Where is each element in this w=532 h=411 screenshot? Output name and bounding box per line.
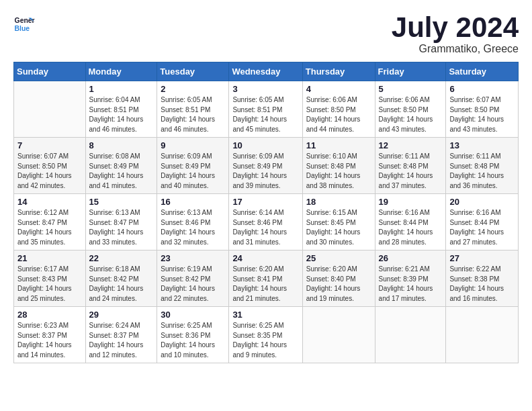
day-info: Sunrise: 6:06 AM Sunset: 8:50 PM Dayligh… [306, 95, 371, 134]
calendar-cell: 10Sunrise: 6:09 AM Sunset: 8:49 PM Dayli… [229, 138, 302, 194]
calendar-cell: 25Sunrise: 6:20 AM Sunset: 8:40 PM Dayli… [302, 250, 375, 307]
calendar-cell: 15Sunrise: 6:13 AM Sunset: 8:47 PM Dayli… [85, 194, 157, 250]
day-number: 15 [89, 197, 154, 207]
calendar-week-row: 1Sunrise: 6:04 AM Sunset: 8:51 PM Daylig… [14, 81, 519, 138]
calendar-cell: 13Sunrise: 6:11 AM Sunset: 8:48 PM Dayli… [446, 138, 519, 194]
day-number: 22 [89, 253, 154, 263]
day-info: Sunrise: 6:20 AM Sunset: 8:41 PM Dayligh… [232, 265, 298, 304]
day-info: Sunrise: 6:20 AM Sunset: 8:40 PM Dayligh… [306, 265, 371, 304]
calendar-cell: 12Sunrise: 6:11 AM Sunset: 8:48 PM Dayli… [375, 138, 446, 194]
day-info: Sunrise: 6:24 AM Sunset: 8:37 PM Dayligh… [89, 321, 154, 360]
month-title: July 2024 [392, 13, 519, 42]
day-number: 8 [89, 140, 154, 150]
day-info: Sunrise: 6:09 AM Sunset: 8:49 PM Dayligh… [232, 152, 298, 191]
calendar-cell: 29Sunrise: 6:24 AM Sunset: 8:37 PM Dayli… [85, 307, 157, 363]
day-number: 20 [449, 197, 515, 207]
calendar-cell: 16Sunrise: 6:13 AM Sunset: 8:46 PM Dayli… [157, 194, 229, 250]
day-number: 26 [379, 253, 443, 263]
day-info: Sunrise: 6:07 AM Sunset: 8:50 PM Dayligh… [449, 95, 515, 134]
day-info: Sunrise: 6:22 AM Sunset: 8:38 PM Dayligh… [449, 265, 515, 304]
day-number: 7 [17, 140, 82, 150]
calendar-cell [375, 307, 446, 363]
header-day: Thursday [302, 62, 375, 81]
day-number: 9 [161, 140, 225, 150]
day-info: Sunrise: 6:13 AM Sunset: 8:47 PM Dayligh… [89, 208, 154, 247]
day-info: Sunrise: 6:12 AM Sunset: 8:47 PM Dayligh… [17, 208, 82, 247]
location: Grammatiko, Greece [392, 43, 519, 55]
calendar-week-row: 7Sunrise: 6:07 AM Sunset: 8:50 PM Daylig… [14, 138, 519, 194]
day-info: Sunrise: 6:15 AM Sunset: 8:45 PM Dayligh… [306, 208, 371, 247]
calendar-cell: 3Sunrise: 6:05 AM Sunset: 8:51 PM Daylig… [229, 81, 302, 138]
day-info: Sunrise: 6:21 AM Sunset: 8:39 PM Dayligh… [379, 265, 443, 304]
day-number: 30 [161, 310, 225, 320]
day-number: 29 [89, 310, 154, 320]
page-header: General Blue July 2024 Grammatiko, Greec… [13, 13, 519, 55]
calendar-cell: 19Sunrise: 6:16 AM Sunset: 8:44 PM Dayli… [375, 194, 446, 250]
calendar-cell: 17Sunrise: 6:14 AM Sunset: 8:46 PM Dayli… [229, 194, 302, 250]
calendar-cell [446, 307, 519, 363]
title-section: July 2024 Grammatiko, Greece [392, 13, 519, 55]
day-info: Sunrise: 6:18 AM Sunset: 8:42 PM Dayligh… [89, 265, 154, 304]
day-number: 12 [379, 140, 443, 150]
day-info: Sunrise: 6:16 AM Sunset: 8:44 PM Dayligh… [379, 208, 443, 247]
day-number: 27 [449, 253, 515, 263]
calendar-week-row: 21Sunrise: 6:17 AM Sunset: 8:43 PM Dayli… [14, 250, 519, 307]
day-info: Sunrise: 6:08 AM Sunset: 8:49 PM Dayligh… [89, 152, 154, 191]
day-info: Sunrise: 6:07 AM Sunset: 8:50 PM Dayligh… [17, 152, 82, 191]
day-info: Sunrise: 6:11 AM Sunset: 8:48 PM Dayligh… [449, 152, 515, 191]
calendar-cell: 20Sunrise: 6:16 AM Sunset: 8:44 PM Dayli… [446, 194, 519, 250]
day-number: 1 [89, 84, 154, 94]
calendar-cell: 5Sunrise: 6:06 AM Sunset: 8:50 PM Daylig… [375, 81, 446, 138]
calendar-cell: 4Sunrise: 6:06 AM Sunset: 8:50 PM Daylig… [302, 81, 375, 138]
calendar-cell: 27Sunrise: 6:22 AM Sunset: 8:38 PM Dayli… [446, 250, 519, 307]
day-info: Sunrise: 6:17 AM Sunset: 8:43 PM Dayligh… [17, 265, 82, 304]
day-info: Sunrise: 6:14 AM Sunset: 8:46 PM Dayligh… [232, 208, 298, 247]
calendar-cell: 7Sunrise: 6:07 AM Sunset: 8:50 PM Daylig… [14, 138, 86, 194]
calendar-cell: 8Sunrise: 6:08 AM Sunset: 8:49 PM Daylig… [85, 138, 157, 194]
calendar-cell: 22Sunrise: 6:18 AM Sunset: 8:42 PM Dayli… [85, 250, 157, 307]
day-number: 3 [232, 84, 298, 94]
svg-text:General: General [15, 17, 35, 24]
calendar-table: SundayMondayTuesdayWednesdayThursdayFrid… [13, 62, 519, 363]
day-info: Sunrise: 6:25 AM Sunset: 8:35 PM Dayligh… [232, 321, 298, 360]
calendar-cell: 28Sunrise: 6:23 AM Sunset: 8:37 PM Dayli… [14, 307, 86, 363]
calendar-cell [302, 307, 375, 363]
day-number: 10 [232, 140, 298, 150]
logo-icon: General Blue [13, 13, 35, 35]
calendar-cell: 14Sunrise: 6:12 AM Sunset: 8:47 PM Dayli… [14, 194, 86, 250]
day-number: 14 [17, 197, 82, 207]
day-number: 4 [306, 84, 371, 94]
calendar-header-row: SundayMondayTuesdayWednesdayThursdayFrid… [14, 62, 519, 81]
day-info: Sunrise: 6:05 AM Sunset: 8:51 PM Dayligh… [232, 95, 298, 134]
day-info: Sunrise: 6:23 AM Sunset: 8:37 PM Dayligh… [17, 321, 82, 360]
calendar-cell: 6Sunrise: 6:07 AM Sunset: 8:50 PM Daylig… [446, 81, 519, 138]
day-number: 16 [161, 197, 225, 207]
day-number: 17 [232, 197, 298, 207]
day-number: 11 [306, 140, 371, 150]
header-day: Monday [85, 62, 157, 81]
day-number: 19 [379, 197, 443, 207]
day-info: Sunrise: 6:10 AM Sunset: 8:48 PM Dayligh… [306, 152, 371, 191]
day-info: Sunrise: 6:19 AM Sunset: 8:42 PM Dayligh… [161, 265, 225, 304]
day-number: 21 [17, 253, 82, 263]
header-day: Saturday [446, 62, 519, 81]
day-info: Sunrise: 6:13 AM Sunset: 8:46 PM Dayligh… [161, 208, 225, 247]
calendar-cell: 24Sunrise: 6:20 AM Sunset: 8:41 PM Dayli… [229, 250, 302, 307]
day-info: Sunrise: 6:04 AM Sunset: 8:51 PM Dayligh… [89, 95, 154, 134]
day-number: 25 [306, 253, 371, 263]
calendar-cell: 2Sunrise: 6:05 AM Sunset: 8:51 PM Daylig… [157, 81, 229, 138]
header-day: Tuesday [157, 62, 229, 81]
day-info: Sunrise: 6:25 AM Sunset: 8:36 PM Dayligh… [161, 321, 225, 360]
calendar-cell: 9Sunrise: 6:09 AM Sunset: 8:49 PM Daylig… [157, 138, 229, 194]
calendar-cell: 23Sunrise: 6:19 AM Sunset: 8:42 PM Dayli… [157, 250, 229, 307]
day-number: 6 [449, 84, 515, 94]
day-number: 13 [449, 140, 515, 150]
calendar-cell: 30Sunrise: 6:25 AM Sunset: 8:36 PM Dayli… [157, 307, 229, 363]
day-number: 24 [232, 253, 298, 263]
day-info: Sunrise: 6:05 AM Sunset: 8:51 PM Dayligh… [161, 95, 225, 134]
day-number: 18 [306, 197, 371, 207]
calendar-cell: 21Sunrise: 6:17 AM Sunset: 8:43 PM Dayli… [14, 250, 86, 307]
calendar-cell: 31Sunrise: 6:25 AM Sunset: 8:35 PM Dayli… [229, 307, 302, 363]
logo: General Blue [13, 13, 35, 35]
day-number: 28 [17, 310, 82, 320]
